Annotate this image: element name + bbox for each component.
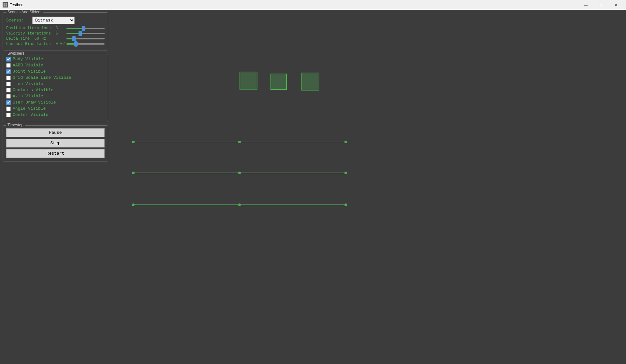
line-endpoint-3b [344, 203, 347, 206]
slider-label-position: Position Iterations: 8 [6, 26, 66, 31]
label-contacts-visible: Contacts Visible [13, 88, 53, 92]
switcher-user-draw-visible: User Draw Visible [6, 100, 105, 105]
label-center-visible: Center Visible [13, 112, 48, 117]
platform-line-1 [132, 142, 347, 142]
body-square-3 [301, 73, 319, 91]
scenes-row: Scenes: Bitmask Boxes Circles Joints [6, 17, 105, 24]
viewport [111, 10, 626, 364]
line-midpoint-1 [238, 141, 241, 143]
label-aabb-visible: AABB Visible [13, 63, 43, 68]
label-grid-scale-line-visible: Grid Scale Line Visible [13, 75, 71, 80]
app-icon [3, 2, 8, 7]
slider-row-velocity: Velocity Iterations: 6 [6, 31, 105, 36]
slider-track-velocity[interactable] [66, 33, 105, 34]
scenes-sliders-title: Scenes And Sliders [6, 10, 43, 14]
label-angle-visible: Angle Visible [13, 106, 46, 111]
step-button[interactable]: Step [6, 139, 105, 147]
slider-row-delta: Delta Time: 60 Hz [6, 36, 105, 41]
switcher-axis-visible: Axis Visible [6, 94, 105, 99]
line-midpoint-3 [238, 203, 241, 206]
svg-rect-2 [6, 3, 7, 5]
body-square-1 [240, 72, 257, 90]
checkbox-tree-visible[interactable] [6, 82, 11, 86]
switcher-body-visible: Body Visible [6, 57, 105, 62]
close-button[interactable]: ✕ [608, 0, 623, 10]
checkbox-aabb-visible[interactable] [6, 63, 11, 68]
switcher-joint-visible: Joint Visible [6, 69, 105, 74]
line-endpoint-2b [344, 172, 347, 174]
checkbox-center-visible[interactable] [6, 113, 11, 117]
checkbox-contacts-visible[interactable] [6, 88, 11, 92]
window-title: Testbed [10, 3, 578, 7]
label-user-draw-visible: User Draw Visible [13, 100, 56, 105]
line-endpoint-2a [132, 172, 135, 174]
slider-label-bias: Contact Bias Factor: 0.02 [6, 42, 66, 46]
checkbox-angle-visible[interactable] [6, 106, 11, 111]
pause-button[interactable]: Pause [6, 128, 105, 137]
label-axis-visible: Axis Visible [13, 94, 43, 99]
label-body-visible: Body Visible [13, 57, 43, 62]
timestep-title: Timestep [6, 123, 25, 127]
line-endpoint-1a [132, 141, 135, 143]
switchers-title: Switchers [6, 51, 26, 56]
titlebar: Testbed — □ ✕ [0, 0, 626, 10]
scenes-label: Scenes: [6, 18, 32, 23]
platform-line-3 [132, 204, 347, 205]
maximize-button[interactable]: □ [593, 0, 608, 10]
switcher-aabb-visible: AABB Visible [6, 63, 105, 68]
slider-track-bias[interactable] [66, 43, 105, 45]
switcher-tree-visible: Tree Visible [6, 81, 105, 86]
scenes-select[interactable]: Bitmask Boxes Circles Joints [32, 17, 75, 24]
svg-rect-1 [4, 3, 5, 5]
main-layout: Scenes And Sliders Scenes: Bitmask Boxes… [0, 10, 626, 364]
switcher-grid-scale-line-visible: Grid Scale Line Visible [6, 75, 105, 80]
switcher-angle-visible: Angle Visible [6, 106, 105, 111]
scenes-sliders-group: Scenes And Sliders Scenes: Bitmask Boxes… [3, 12, 108, 50]
line-midpoint-2 [238, 172, 241, 174]
minimize-button[interactable]: — [578, 0, 593, 10]
svg-rect-3 [4, 5, 5, 7]
line-endpoint-1b [344, 141, 347, 143]
body-square-2 [270, 74, 287, 90]
checkbox-joint-visible[interactable] [6, 69, 11, 74]
slider-track-delta[interactable] [66, 38, 105, 39]
checkbox-body-visible[interactable] [6, 57, 11, 62]
checkbox-grid-scale-line-visible[interactable] [6, 76, 11, 80]
checkbox-user-draw-visible[interactable] [6, 100, 11, 105]
timestep-group: Timestep Pause Step Restart [3, 125, 108, 161]
slider-row-position: Position Iterations: 8 [6, 26, 105, 31]
label-tree-visible: Tree Visible [13, 81, 43, 86]
svg-rect-4 [6, 5, 7, 7]
switcher-contacts-visible: Contacts Visible [6, 88, 105, 92]
slider-track-position[interactable] [66, 28, 105, 29]
restart-button[interactable]: Restart [6, 149, 105, 158]
slider-label-delta: Delta Time: 60 Hz [6, 36, 66, 41]
line-endpoint-3a [132, 203, 135, 206]
switcher-center-visible: Center Visible [6, 112, 105, 117]
slider-label-velocity: Velocity Iterations: 6 [6, 31, 66, 36]
checkbox-axis-visible[interactable] [6, 94, 11, 99]
slider-row-bias: Contact Bias Factor: 0.02 [6, 42, 105, 46]
left-panel: Scenes And Sliders Scenes: Bitmask Boxes… [0, 10, 111, 364]
platform-line-2 [132, 173, 347, 173]
label-joint-visible: Joint Visible [13, 69, 46, 74]
switchers-group: Switchers Body Visible AABB Visible Join… [3, 54, 108, 122]
